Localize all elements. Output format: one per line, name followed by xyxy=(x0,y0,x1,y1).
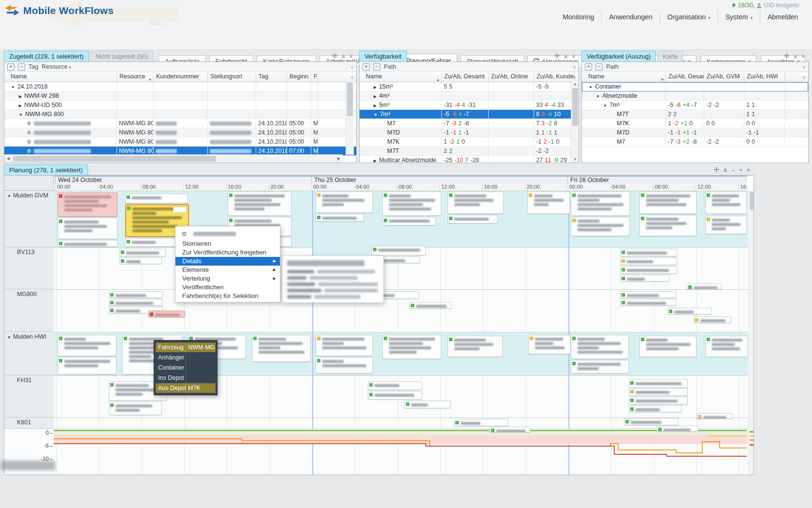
gantt-task-card[interactable] xyxy=(629,379,688,388)
scrollbar-thumb[interactable] xyxy=(572,88,578,126)
zugeteilt-column-0[interactable]: Name xyxy=(8,72,117,82)
menu-icon[interactable]: ≡ xyxy=(724,167,727,173)
gantt-task-card[interactable] xyxy=(629,405,682,412)
verfuegbarkeit-auszug-grouping-path[interactable]: Path xyxy=(606,63,619,70)
verfuegbarkeit-auszug-tab-0[interactable]: Verfügbarkeit (Auszug) xyxy=(581,51,656,61)
gantt-task-card[interactable] xyxy=(125,194,188,203)
gantt-task-card[interactable] xyxy=(228,192,291,216)
verfuegbarkeit-column-1[interactable]: Zu/Ab, Gesamt xyxy=(442,72,489,82)
table-row[interactable]: ▶Multicar Absetzmulde-25-107-282711-929 xyxy=(360,156,579,163)
table-row[interactable]: ▶5m³-31-44-31334-433 xyxy=(360,101,579,110)
tree-collapsed-icon[interactable]: ▶ xyxy=(374,104,377,108)
gantt-task-card[interactable] xyxy=(629,388,688,396)
move-icon[interactable] xyxy=(784,53,789,60)
gantt-task-card[interactable] xyxy=(705,216,747,234)
table-row[interactable]: ▼7m³-5-64-786-410 xyxy=(360,110,579,119)
nav-item-anwendungen[interactable]: Anwendungen xyxy=(601,11,660,23)
collapse-all-icon[interactable]: − xyxy=(595,63,603,71)
zugeteilt-column-2[interactable]: Kundennummer xyxy=(154,72,208,82)
gantt-task-card[interactable] xyxy=(316,192,373,213)
verfuegbarkeit-grouping-path[interactable]: Path xyxy=(384,63,396,70)
table-row[interactable]: M7K1-2+100000 xyxy=(582,119,808,128)
scroll-down-icon[interactable]: ▼ xyxy=(571,157,579,163)
nav-item-system[interactable]: System▾ xyxy=(718,11,760,23)
expand-all-icon[interactable]: + xyxy=(362,63,370,71)
gantt-task-card[interactable] xyxy=(382,335,441,359)
gantt-row-label-mg800[interactable]: MG800 xyxy=(4,289,54,332)
gantt-task-card[interactable] xyxy=(109,299,163,306)
gantt-task-card[interactable] xyxy=(696,413,732,419)
verfuegbarkeit-column-3[interactable]: Zu/Ab, Kunden xyxy=(534,72,575,82)
gantt-task-card[interactable] xyxy=(372,246,426,255)
column-chevron-icon[interactable]: ∨ xyxy=(802,75,806,80)
tree-expanded-icon[interactable]: ▼ xyxy=(603,104,607,108)
gantt-task-card[interactable] xyxy=(109,291,163,298)
minus-icon[interactable]: − xyxy=(731,167,735,173)
gantt-task-card[interactable] xyxy=(119,249,166,256)
verfuegbarkeit-auszug-column-1[interactable]: Zu/Ab, Gesamt xyxy=(666,72,704,82)
zugeteilt-column-5[interactable]: Beginn xyxy=(287,72,311,82)
gantt-task-card[interactable] xyxy=(448,336,503,357)
menu-item-verteilung[interactable]: Verteilung▶ xyxy=(175,274,280,283)
gantt-task-card[interactable] xyxy=(620,275,669,282)
gantt-vertical-scrollbar[interactable] xyxy=(748,191,754,475)
table-row[interactable]: M7T2211 xyxy=(582,110,808,119)
zugeteilt-column-3[interactable]: Stellungsort xyxy=(208,72,256,82)
zugeteilt-grouping-tag[interactable]: Tag xyxy=(29,63,38,70)
close-icon[interactable]: × xyxy=(572,54,575,60)
table-row[interactable]: ▶4m³ xyxy=(360,91,579,101)
gantt-task-card[interactable] xyxy=(58,357,116,374)
gantt-task-card[interactable] xyxy=(58,240,117,247)
gantt-row-label-mulden-gvm[interactable]: ▼Mulden GVM xyxy=(4,191,54,247)
gantt-task-card[interactable] xyxy=(58,193,117,217)
gantt-task-card[interactable] xyxy=(448,192,504,214)
scrollbar-thumb[interactable] xyxy=(750,192,754,210)
menu-icon[interactable]: ≡ xyxy=(564,54,567,60)
gantt-task-card[interactable] xyxy=(571,192,630,216)
gantt-task-card[interactable] xyxy=(571,360,629,374)
verfuegbarkeit-column-2[interactable]: Zu/Ab, Online xyxy=(489,72,534,82)
table-row[interactable]: M7-7-3+2-8-2-200 xyxy=(582,137,808,147)
scroll-up-icon[interactable]: ▲ xyxy=(571,81,579,87)
column-chevron-icon[interactable]: ∨ xyxy=(573,75,576,80)
scroll-right-icon[interactable]: ▶ xyxy=(335,155,343,163)
menu-item-elemente[interactable]: Elemente▶ xyxy=(175,266,280,274)
tree-collapsed-icon[interactable]: ▶ xyxy=(374,94,377,99)
table-row[interactable]: ⚙NWM-MG 80024.10.201805:00M xyxy=(4,119,356,128)
table-row[interactable]: ▼Container xyxy=(582,82,808,91)
gantt-task-card[interactable] xyxy=(58,218,117,239)
menu-item-ver-ffentlichen[interactable]: Veröffentlichen xyxy=(175,283,280,292)
gantt-task-card[interactable] xyxy=(620,291,676,298)
menu-icon[interactable]: ≡ xyxy=(342,54,345,60)
horizontal-scrollbar[interactable]: ◀▶ xyxy=(4,154,343,163)
menu-icon[interactable]: ≡ xyxy=(794,54,797,60)
gantt-task-card[interactable] xyxy=(368,391,422,400)
gantt-task-card[interactable] xyxy=(620,299,676,306)
expand-all-icon[interactable]: + xyxy=(7,63,14,71)
gantt-task-card[interactable] xyxy=(316,214,364,222)
gantt-task-card[interactable] xyxy=(109,402,162,415)
zugeteilt-tab-1[interactable]: Nicht zugeteilt (50) xyxy=(90,51,153,61)
gantt-task-card[interactable] xyxy=(368,381,422,390)
collapse-all-icon[interactable]: − xyxy=(373,63,380,71)
close-icon[interactable]: × xyxy=(747,167,750,173)
gantt-task-card[interactable] xyxy=(657,426,698,432)
zugeteilt-column-4[interactable]: Tag xyxy=(256,72,287,82)
nav-item-abmelden[interactable]: Abmelden xyxy=(760,11,805,23)
table-row[interactable]: ⚙NWM-MG 80024.10.201805:00M xyxy=(4,128,356,137)
tree-collapsed-icon[interactable]: ▶ xyxy=(19,104,22,108)
gantt-task-card[interactable] xyxy=(639,336,696,357)
gantt-task-card[interactable] xyxy=(527,192,570,214)
gantt-task-card[interactable] xyxy=(705,192,747,214)
gantt-task-card[interactable] xyxy=(490,427,530,433)
gantt-task-card[interactable] xyxy=(687,284,722,289)
gantt-task-card[interactable] xyxy=(316,357,373,374)
table-row[interactable]: ⚙NWM-MG 80024.10.201805:00M xyxy=(4,137,356,147)
table-row[interactable]: ▼Absetzmulde xyxy=(582,91,808,101)
nav-item-monitoring[interactable]: Monitoring xyxy=(555,11,601,23)
vehicle-menu-row[interactable]: Container xyxy=(156,363,216,373)
gantt-task-card[interactable] xyxy=(620,266,677,274)
gantt-row-label-bv113[interactable]: BV113 xyxy=(4,247,54,289)
gantt-task-card[interactable] xyxy=(316,335,373,356)
verfuegbarkeit-column-0[interactable]: Name▲ xyxy=(363,72,442,82)
